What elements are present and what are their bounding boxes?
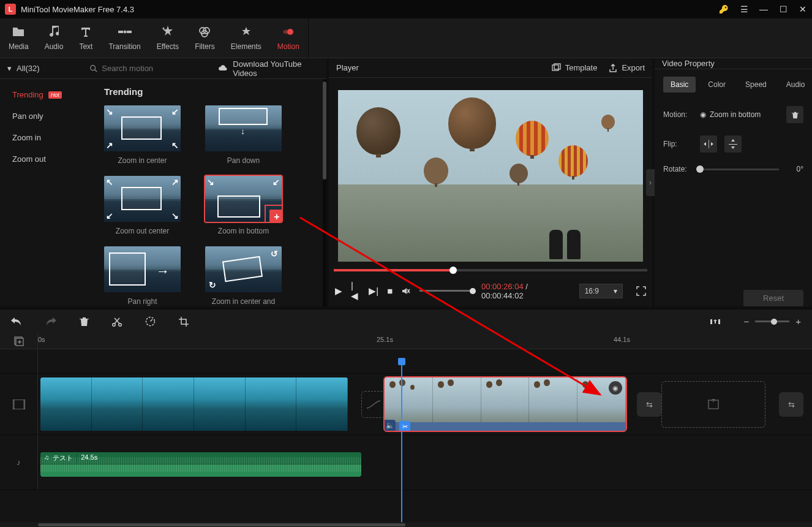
export-button[interactable]: Export [608,63,645,73]
tab-transition[interactable]: Transition [106,21,143,55]
add-motion-button[interactable]: + [269,210,282,222]
zoom-out-button[interactable]: − [743,316,749,327]
collapse-panel-button[interactable]: › [646,169,655,196]
timeline-clip-1[interactable] [40,377,348,431]
timeline: 0s 25.1s 44.1s [0,333,812,527]
search-input[interactable] [102,64,205,73]
add-clip-dropzone[interactable] [661,381,765,428]
app-title: MiniTool MovieMaker Free 7.4.3 [21,5,719,14]
license-key-icon[interactable] [719,4,729,14]
reset-button[interactable]: Reset [743,290,803,306]
timeline-toolbar: − + [0,309,812,333]
svg-point-6 [91,65,96,70]
video-track-icon [0,374,38,434]
motion-grid: Trending ↘↙↗↖Zoom in center↓Pan down↖↗↙↘… [92,79,323,306]
maximize-button[interactable]: ☐ [779,4,788,14]
transition-slot-1[interactable] [361,391,386,418]
svg-rect-19 [23,400,25,409]
timeline-audio-clip[interactable]: ♫ テスト 24.5s [40,452,361,477]
aspect-ratio-select[interactable]: 16:9▾ [579,284,623,298]
playhead[interactable] [401,365,402,522]
motion-thumb-zoom-in-center[interactable]: ↘↙↗↖Zoom in center [104,105,181,165]
flip-vertical-button[interactable] [724,135,742,153]
timeline-clip-2[interactable]: 🔈 ◉ ✂ [385,377,626,431]
tab-audio[interactable]: Audio [42,21,66,55]
cloud-download-icon [218,64,228,72]
tab-motion[interactable]: Motion [275,21,302,55]
prop-tab-basic[interactable]: Basic [663,77,696,93]
speed-button[interactable] [145,316,156,327]
transition-slot-2[interactable]: ⇆ [637,392,661,417]
category-pan-only[interactable]: Pan only [0,107,92,126]
filters-icon [198,25,211,39]
motion-thumb-zoom-out-center[interactable]: ↖↗↙↘Zoom out center [104,176,181,235]
chevron-down-icon: ▾ [614,287,617,295]
motion-dot-icon: ◉ [700,110,706,119]
next-frame-button[interactable]: ▶| [369,286,378,297]
template-icon [552,63,562,73]
fullscreen-button[interactable] [636,286,646,296]
motion-icon [283,25,294,39]
library-all-dropdown[interactable]: ▾ All(32) [0,64,85,73]
flip-horizontal-button[interactable] [700,135,717,153]
tab-effects[interactable]: Effects [154,21,181,55]
undo-button[interactable] [11,317,22,326]
redo-button[interactable] [45,317,56,326]
svg-line-7 [95,69,97,72]
category-trending[interactable]: TrendingHot [0,85,92,104]
transition-slot-3[interactable]: ⇆ [779,392,803,417]
timeline-horizontal-scrollbar[interactable] [0,522,812,527]
hamburger-menu-icon[interactable]: ☰ [740,4,748,14]
split-button[interactable] [112,317,122,327]
add-track-icon[interactable] [14,336,24,346]
grid-section-title: Trending [104,86,310,97]
motion-thumb-zoom-in-center-and[interactable]: ↺↻Zoom in center and [205,246,282,306]
zoom-slider[interactable] [755,320,789,322]
search-motion[interactable] [85,64,209,73]
crop-button[interactable] [179,317,189,327]
properties-header: Video Property [655,58,812,69]
motion-thumb-pan-down[interactable]: ↓Pan down [205,105,282,165]
volume-slider[interactable] [419,290,473,292]
delete-motion-button[interactable] [786,106,803,123]
play-button[interactable]: ▶ [335,286,342,297]
audio-icon [49,25,59,39]
minimize-button[interactable]: — [759,4,768,14]
auto-fit-button[interactable] [710,317,720,326]
playback-progress[interactable] [334,269,647,271]
search-icon [89,64,98,73]
close-button[interactable]: ✕ [799,4,807,14]
delete-button[interactable] [80,317,89,327]
clip-motion-badge: ◉ [609,381,622,395]
app-logo: L [5,4,16,15]
library-scrollbar[interactable] [323,79,326,306]
category-zoom-in[interactable]: Zoom in [0,128,92,147]
zoom-in-button[interactable]: + [795,316,801,327]
library-categories: TrendingHotPan onlyZoom inZoom out [0,79,92,306]
library-panel: ▾ All(32) Download YouTube Videos Trendi… [0,58,326,306]
stop-button[interactable]: ■ [387,286,393,296]
tab-elements[interactable]: Elements [228,21,264,55]
flip-label: Flip: [663,140,693,148]
rotate-slider[interactable] [700,169,779,170]
prop-tab-color[interactable]: Color [701,77,733,93]
category-zoom-out[interactable]: Zoom out [0,150,92,169]
text-icon [80,25,91,39]
tab-text[interactable]: Text [77,21,95,55]
template-button[interactable]: Template [552,63,598,73]
tab-filters[interactable]: Filters [192,21,217,55]
prop-tab-speed[interactable]: Speed [738,77,774,93]
audio-track-icon: ♪ [0,435,38,490]
video-preview[interactable] [338,90,643,262]
download-youtube-button[interactable]: Download YouTube Videos [209,59,326,78]
motion-thumb-zoom-in-bottom[interactable]: ↘↙+↖Zoom in bottom [205,176,282,235]
tab-media[interactable]: Media [6,21,31,55]
player-panel: Player Template Export [329,58,652,306]
prev-frame-button[interactable]: |◀ [351,280,360,301]
effects-icon [162,25,174,39]
export-icon [608,63,618,73]
prop-tab-audio[interactable]: Audio [779,77,812,93]
motion-thumb-pan-right[interactable]: →Pan right [104,246,181,306]
timeline-ruler[interactable]: 0s 25.1s 44.1s [0,333,812,349]
mute-button[interactable] [401,286,411,296]
